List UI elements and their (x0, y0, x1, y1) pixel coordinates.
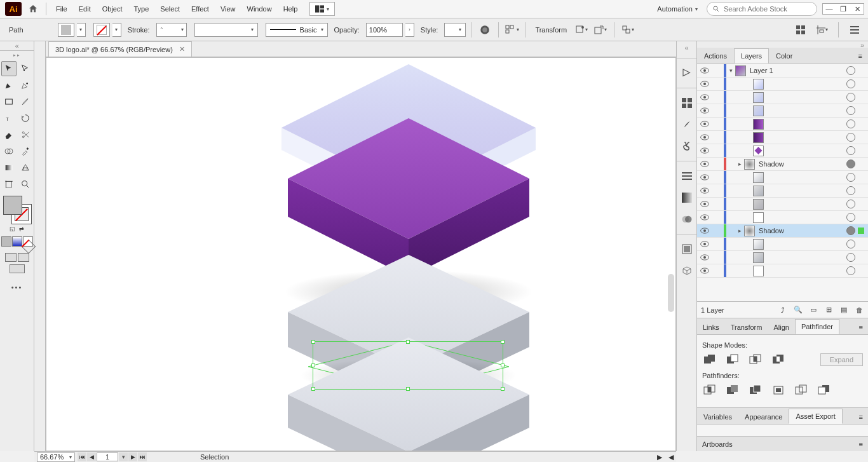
layer-row[interactable] (697, 104, 868, 118)
target-icon[interactable] (846, 79, 855, 88)
visibility-icon[interactable] (697, 94, 712, 100)
menu-window[interactable]: Window (241, 1, 278, 17)
perspective-tool[interactable] (18, 160, 33, 175)
visibility-icon[interactable] (697, 107, 712, 114)
tab-links[interactable]: Links (697, 320, 725, 334)
target-icon[interactable] (846, 173, 855, 182)
rail-collapse-icon[interactable]: « (677, 44, 696, 50)
pathfinder-menu-icon[interactable]: ≡ (854, 320, 868, 334)
brushes-icon[interactable] (680, 118, 694, 132)
target-icon[interactable] (846, 226, 855, 235)
fill-dropdown[interactable]: ▾ (77, 23, 86, 37)
document-tab[interactable]: 3D logo.ai* @ 66.67% (RGB/Preview) ✕ (48, 41, 192, 57)
gradient-panel-icon[interactable] (680, 191, 694, 205)
visibility-icon[interactable] (697, 187, 712, 194)
unite-icon[interactable] (702, 353, 717, 367)
visibility-icon[interactable] (697, 134, 712, 140)
canvas[interactable] (46, 57, 676, 451)
target-icon[interactable] (846, 200, 855, 208)
color-mode-solid[interactable] (1, 236, 11, 247)
layer-row[interactable] (697, 238, 868, 251)
new-sublayer-icon[interactable]: ⊞ (824, 305, 834, 315)
layer-name[interactable]: Layer 1 (749, 67, 846, 74)
stroke-weight-input[interactable]: ⌃▾ (156, 23, 187, 37)
fill-swatch[interactable] (58, 23, 74, 37)
outline-icon[interactable] (794, 383, 809, 397)
stroke-swatch[interactable] (93, 23, 110, 37)
selection-box[interactable] (313, 341, 503, 390)
expand-button[interactable]: Expand (820, 353, 863, 366)
clip-mask-icon[interactable]: ▭ (808, 305, 818, 315)
intersect-icon[interactable] (748, 353, 763, 367)
target-icon[interactable] (846, 133, 855, 142)
edit-toolbar-icon[interactable]: ••• (11, 283, 23, 291)
fill-stroke-indicator[interactable] (3, 196, 31, 224)
layer-row[interactable] (697, 78, 868, 91)
menu-select[interactable]: Select (154, 1, 186, 17)
layer-name[interactable]: Shadow (757, 227, 846, 234)
layers-list[interactable]: ▾Layer 1▸Shadow▸Shadow (697, 64, 868, 301)
opacity-dropdown[interactable]: › (405, 23, 414, 37)
home-icon[interactable] (24, 0, 42, 18)
tab-transform[interactable]: Transform (725, 320, 768, 334)
direct-selection-tool[interactable] (18, 61, 33, 76)
tab-align[interactable]: Align (768, 320, 794, 334)
shape-builder-tool[interactable] (1, 144, 17, 159)
style-dropdown[interactable]: ▾ (444, 23, 466, 37)
visibility-icon[interactable] (697, 81, 712, 87)
menu-view[interactable]: View (215, 1, 241, 17)
tab-actions[interactable]: Actions (697, 48, 734, 64)
layer-row[interactable] (697, 184, 868, 198)
type-tool[interactable]: T (1, 111, 17, 126)
rotate-tool[interactable] (18, 111, 33, 126)
visibility-icon[interactable] (697, 121, 712, 127)
visibility-icon[interactable] (697, 67, 712, 74)
target-icon[interactable] (846, 93, 855, 102)
expand-arrow-icon[interactable]: ▾ (726, 67, 735, 74)
vsp-dropdown[interactable]: ▾ (194, 23, 258, 37)
layer-row[interactable] (697, 198, 868, 211)
minimize-button[interactable]: — (823, 4, 836, 14)
curvature-tool[interactable] (18, 78, 33, 93)
tab-variables[interactable]: Variables (697, 410, 738, 424)
asset-export-menu-icon[interactable]: ≡ (854, 410, 868, 424)
menu-object[interactable]: Object (97, 1, 128, 17)
crop-icon[interactable] (771, 383, 786, 397)
next-artboard-icon[interactable]: ▶ (128, 452, 137, 461)
swatches-panel-icon[interactable] (680, 242, 694, 256)
artboards-bar[interactable]: Artboards ≡ (697, 436, 868, 451)
visibility-icon[interactable] (697, 214, 712, 221)
visibility-icon[interactable] (697, 254, 712, 261)
layer-row[interactable] (697, 91, 868, 104)
exclude-icon[interactable] (771, 353, 786, 367)
brush-picker[interactable]: Basic▾ (266, 23, 328, 37)
target-icon[interactable] (846, 160, 855, 168)
target-icon[interactable] (846, 146, 855, 155)
snap-icon[interactable]: ▾ (814, 22, 831, 37)
stroke-dropdown[interactable]: ▾ (112, 23, 121, 37)
layer-row[interactable] (697, 131, 868, 144)
expand-arrow-icon[interactable]: ▸ (735, 161, 744, 167)
search-layer-icon[interactable]: 🔍 (793, 305, 803, 315)
maximize-button[interactable]: ❐ (837, 4, 850, 14)
zoom-tool[interactable] (18, 177, 33, 192)
target-icon[interactable] (846, 240, 855, 248)
layer-row[interactable] (697, 264, 868, 278)
tab-appearance[interactable]: Appearance (738, 410, 789, 424)
layers-menu-icon[interactable]: ≡ (853, 48, 868, 64)
opacity-input[interactable]: 100% (366, 23, 403, 37)
menu-file[interactable]: File (50, 1, 73, 17)
target-icon[interactable] (846, 253, 855, 262)
layer-row[interactable] (697, 171, 868, 184)
visibility-icon[interactable] (697, 147, 712, 154)
minus-front-icon[interactable] (725, 353, 740, 367)
divide-icon[interactable] (702, 383, 717, 397)
layer-row[interactable]: ▸Shadow (697, 158, 868, 171)
automation-dropdown[interactable]: Automation▾ (653, 3, 702, 15)
close-button[interactable]: ✕ (851, 4, 864, 14)
panel-expand-icon[interactable]: » (697, 41, 868, 48)
recolor-icon[interactable] (477, 22, 493, 37)
align-icon[interactable]: ▾ (504, 22, 520, 37)
artboards-menu-icon[interactable]: ≡ (859, 440, 863, 448)
panel-menu-icon[interactable] (846, 22, 863, 37)
